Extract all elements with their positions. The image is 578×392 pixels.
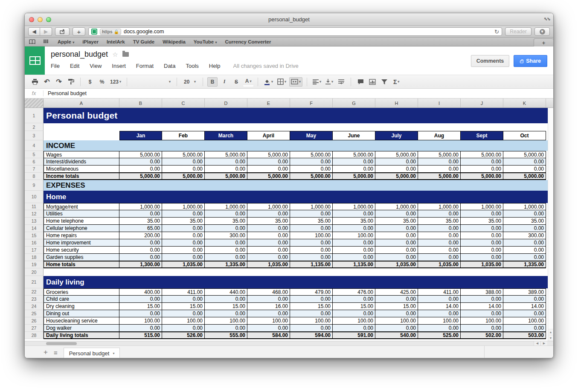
bookmark-item-apple[interactable]: Apple ▾: [58, 39, 74, 44]
reload-icon[interactable]: ↻: [494, 29, 499, 35]
cell[interactable]: 0.00: [290, 325, 333, 332]
cell[interactable]: 5,000.00: [119, 173, 162, 180]
cell[interactable]: 0.00: [375, 247, 418, 254]
cell[interactable]: 0.00: [119, 210, 162, 218]
row-number-23[interactable]: 23: [25, 296, 44, 303]
cell[interactable]: 0.00: [247, 158, 290, 166]
number-format-button[interactable]: 123▾: [109, 77, 122, 87]
cell[interactable]: 555.00: [205, 332, 247, 339]
cell[interactable]: 1,035.00: [461, 261, 503, 268]
cell[interactable]: 0.00: [247, 210, 290, 218]
bookmark-item-currency-converter[interactable]: Currency Converter: [225, 39, 271, 44]
cell[interactable]: Home repairs: [44, 232, 119, 239]
cell[interactable]: 35.00: [418, 218, 461, 225]
star-icon[interactable]: ☆: [112, 51, 118, 58]
cell[interactable]: 0.00: [418, 310, 461, 317]
share-page-button[interactable]: [55, 27, 70, 36]
window-titlebar[interactable]: personal_budget ⬉⬊: [25, 13, 553, 26]
percent-format-button[interactable]: %: [97, 77, 107, 87]
cell[interactable]: [44, 123, 546, 131]
cell[interactable]: Daily living totals: [44, 332, 119, 339]
cell[interactable]: 1,035.00: [162, 261, 205, 268]
cell[interactable]: 0.00: [290, 210, 333, 218]
cell[interactable]: 0.00: [333, 254, 375, 261]
column-header-D[interactable]: D: [205, 99, 247, 107]
cell[interactable]: 0.00: [375, 296, 418, 303]
cell[interactable]: 0.00: [290, 239, 333, 247]
cell[interactable]: Utilities: [44, 210, 119, 218]
cell[interactable]: 5,000.00: [162, 173, 205, 180]
cell[interactable]: 425.00: [375, 288, 418, 296]
menu-file[interactable]: File: [51, 63, 60, 69]
cell[interactable]: 5,000.00: [503, 173, 546, 180]
cell[interactable]: 0.00: [418, 239, 461, 247]
cell[interactable]: 0.00: [119, 325, 162, 332]
cell[interactable]: 0.00: [247, 325, 290, 332]
cell[interactable]: 0.00: [418, 158, 461, 166]
cell[interactable]: 0.00: [418, 247, 461, 254]
redo-button[interactable]: ↷: [54, 77, 64, 87]
cell[interactable]: 0.00: [418, 254, 461, 261]
back-button[interactable]: ◀: [28, 27, 40, 36]
cell[interactable]: 14.00: [418, 303, 461, 310]
cell[interactable]: Aug: [418, 131, 461, 140]
cell[interactable]: 503.00: [503, 332, 546, 339]
cell[interactable]: Personal budget: [44, 108, 553, 123]
sheets-logo-icon[interactable]: [25, 46, 45, 75]
cell[interactable]: Home: [44, 191, 553, 203]
cell[interactable]: 0.00: [418, 325, 461, 332]
address-bar[interactable]: https 🔒 docs.google.com ↻: [88, 27, 502, 36]
cell[interactable]: 0.00: [333, 296, 375, 303]
cell[interactable]: Garden supplies: [44, 254, 119, 261]
bookmark-item-intelark[interactable]: IntelArk: [107, 39, 125, 44]
cell[interactable]: 14.00: [503, 303, 546, 310]
cell[interactable]: 15.00: [205, 303, 247, 310]
cell[interactable]: 468.00: [247, 288, 290, 296]
cell[interactable]: 35.00: [503, 218, 546, 225]
row-number-3[interactable]: 3: [25, 131, 44, 140]
cell[interactable]: 5,000.00: [247, 173, 290, 180]
cell[interactable]: 540.00: [375, 332, 418, 339]
share-button[interactable]: Share: [514, 55, 547, 67]
cell[interactable]: Home totals: [44, 261, 119, 268]
cell[interactable]: 0.00: [461, 296, 503, 303]
cell[interactable]: 100.00: [418, 317, 461, 325]
cell[interactable]: 584.00: [247, 332, 290, 339]
cell[interactable]: 0.00: [333, 310, 375, 317]
horizontal-scrollbar[interactable]: ◀ ▶: [25, 341, 553, 346]
cell[interactable]: 15.00: [162, 303, 205, 310]
cell[interactable]: 5,000.00: [418, 173, 461, 180]
cell[interactable]: 0.00: [503, 247, 546, 254]
cell[interactable]: 0.00: [418, 296, 461, 303]
cell[interactable]: 0.00: [461, 210, 503, 218]
cell[interactable]: 14.00: [461, 303, 503, 310]
print-button[interactable]: [30, 77, 40, 87]
cell[interactable]: 0.00: [205, 296, 247, 303]
column-header-H[interactable]: H: [375, 99, 418, 107]
cell[interactable]: 100.00: [290, 317, 333, 325]
cell[interactable]: Home improvement: [44, 239, 119, 247]
cell[interactable]: 0.00: [333, 166, 375, 173]
cell[interactable]: 100.00: [375, 317, 418, 325]
cell[interactable]: 0.00: [333, 247, 375, 254]
cell[interactable]: 5,000.00: [461, 151, 503, 158]
cell[interactable]: EXPENSES: [44, 180, 553, 191]
column-header-I[interactable]: I: [418, 99, 461, 107]
cell[interactable]: 35.00: [119, 218, 162, 225]
cell[interactable]: 1,135.00: [333, 261, 375, 268]
cell[interactable]: 0.00: [247, 166, 290, 173]
column-header-E[interactable]: E: [247, 99, 290, 107]
cell[interactable]: [44, 131, 119, 140]
all-sheets-button[interactable]: ≡: [54, 349, 58, 356]
bookmarks-book-icon[interactable]: [29, 39, 35, 44]
cell[interactable]: 0.00: [375, 310, 418, 317]
hscroll-thumb[interactable]: [46, 342, 77, 345]
cell[interactable]: 440.00: [205, 288, 247, 296]
cell[interactable]: 0.00: [333, 325, 375, 332]
downloads-button[interactable]: ▼: [534, 27, 550, 36]
cell[interactable]: 0.00: [290, 158, 333, 166]
cell[interactable]: 100.00: [461, 317, 503, 325]
cell[interactable]: 200.00: [119, 232, 162, 239]
cell[interactable]: 1,000.00: [418, 203, 461, 210]
cell[interactable]: 0.00: [333, 225, 375, 232]
